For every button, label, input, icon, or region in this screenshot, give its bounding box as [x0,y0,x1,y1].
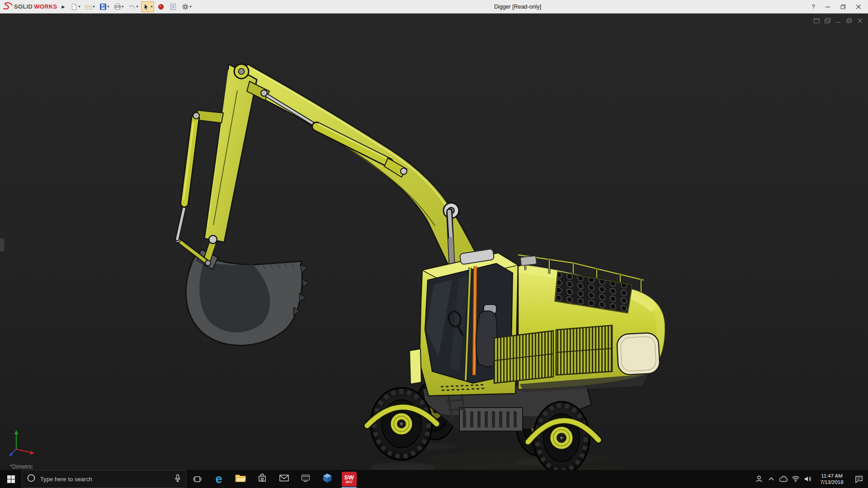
network-wifi-icon[interactable] [789,470,802,488]
taskbar-app-solidworks-2017[interactable]: SW 2017 [338,470,360,488]
cascade-windows-icon[interactable] [824,17,831,24]
minimize-doc-icon[interactable] [835,17,842,24]
rebuild-button[interactable] [157,3,165,11]
people-button[interactable] [753,470,765,488]
wheel-rear-near [533,402,590,470]
mail-icon [279,474,289,483]
cube-icon [322,473,332,485]
reference-triad [8,425,37,459]
wheel-front-near [371,388,432,460]
file-properties-button[interactable] [169,3,177,11]
select-arrow-button[interactable] [142,3,151,11]
clock-date: 7/13/2018 [814,479,850,485]
dropdown-caret[interactable]: ▾ [137,5,138,9]
quick-access-toolbar: ▾ ▾ ▾ ▾ ▾ ▾ [69,1,193,12]
titlebar: SOLIDWORKS ▶ ▾ ▾ ▾ ▾ ▾ [0,0,868,14]
logo-text-solid: SOLID [14,3,33,10]
dropdown-caret[interactable]: ▾ [122,5,124,9]
help-button[interactable]: ? [807,3,819,10]
microphone-icon[interactable] [174,474,181,484]
taskbar-app-edge[interactable]: e [208,470,230,488]
solidworks-logo: SOLIDWORKS [3,2,57,12]
dropdown-caret[interactable]: ▾ [108,5,109,9]
taskbar-app-edrawings[interactable] [316,470,338,488]
taskbar-search[interactable]: Type here to search [22,470,186,488]
task-view-button[interactable] [186,470,208,488]
taskbar-app-store[interactable] [251,470,273,488]
media-window-icon [301,474,310,484]
rear-panel [617,333,660,375]
taskbar-app-mail[interactable] [273,470,295,488]
document-window-controls [813,17,863,24]
select-tool-group: ▾ [141,1,154,12]
close-button[interactable] [852,1,865,13]
logo-text-works: WORKS [34,3,57,10]
print-button[interactable] [113,3,122,11]
dropdown-caret[interactable]: ▾ [93,5,95,9]
action-center-button[interactable] [850,470,868,488]
feature-tree-collapsed-tab[interactable] [0,238,5,252]
options-gear-button[interactable] [181,3,189,11]
taskbar-app-media[interactable] [295,470,316,488]
close-doc-icon[interactable] [856,17,863,24]
dropdown-caret[interactable]: ▾ [190,5,192,9]
minimize-button[interactable] [821,1,835,13]
onedrive-cloud-icon[interactable] [777,470,789,488]
taskbar-app-file-explorer[interactable] [230,470,251,488]
edge-icon: e [215,473,222,485]
new-document-button[interactable] [70,3,78,11]
new-window-icon[interactable] [813,17,820,24]
solidworks-2017-icon: SW 2017 [342,472,357,487]
taskbar-clock[interactable]: 11:47 AM 7/13/2018 [814,470,850,488]
start-button[interactable] [0,470,22,488]
save-button[interactable] [99,3,107,11]
store-icon [258,474,267,484]
taskbar: Type here to search e SW [0,470,868,488]
restore-button[interactable] [836,1,850,13]
viewport-canvas[interactable] [0,14,868,470]
restore-doc-icon[interactable] [845,17,853,24]
volume-icon[interactable] [802,470,814,488]
dropdown-caret[interactable]: ▾ [79,5,80,9]
menu-expand-arrow[interactable]: ▶ [62,5,65,9]
cortana-icon [27,474,36,484]
graphics-area[interactable]: *Dimetric [0,14,868,470]
dropdown-caret[interactable]: ▾ [151,5,153,9]
solidworks-logo-icon [3,2,13,12]
hidden-icons-chevron[interactable] [765,470,777,488]
deck-box [520,256,537,265]
open-button[interactable] [85,3,93,11]
document-title: Digger [Read-only] [235,4,800,10]
clock-time: 11:47 AM [814,473,850,479]
file-explorer-icon [235,474,246,484]
undo-button[interactable] [128,3,136,11]
view-orientation-label: *Dimetric [10,464,33,470]
boom-lift-cylinder [449,211,452,269]
search-placeholder: Type here to search [40,476,170,483]
